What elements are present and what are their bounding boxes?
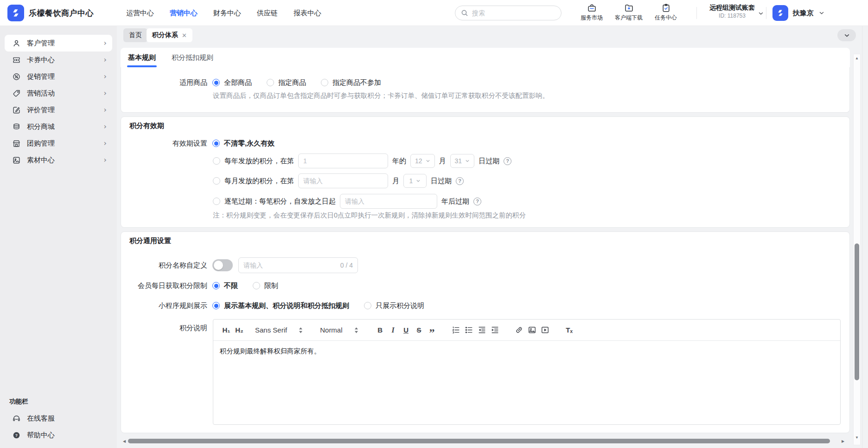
paragraph-style-select[interactable]: Normal [318,326,360,334]
right-panel-edge [862,26,868,448]
radio-icon[interactable] [253,282,260,289]
insert-video-button[interactable] [539,324,552,337]
sidebar-footer: 功能栏 在线客服 ? 帮助中心 [0,396,117,443]
scroll-left-icon[interactable]: ◀ [121,439,127,443]
help-icon[interactable]: ? [473,198,481,205]
sidebar-item-promotion-management[interactable]: 促销管理 › [5,68,112,85]
sidebar: 客户管理 › 卡券中心 › 促销管理 › 营销活动 › 评价管理 › 积分商城 … [0,26,117,448]
radio-no-limit[interactable]: 不限 [212,282,238,290]
radio-show-points-desc-only[interactable]: 只展示积分说明 [364,301,424,310]
font-family-select[interactable]: Sans Serif [253,326,305,334]
radio-icon[interactable] [212,140,220,147]
chevron-right-icon: › [104,56,107,64]
heading1-button[interactable]: H₁ [220,324,233,337]
vertical-scroll-thumb[interactable] [855,243,859,380]
points-name-input[interactable] [243,262,340,269]
blockquote-button[interactable]: ” [426,324,439,337]
sidebar-item-customer-management[interactable]: 客户管理 › [5,35,112,51]
sidebar-item-label: 积分商城 [27,122,104,131]
yearly-day-select[interactable]: 31 [450,154,475,168]
sidebar-item-help-center[interactable]: ? 帮助中心 [5,427,112,443]
insert-image-button[interactable] [526,324,539,337]
breadcrumb-current[interactable]: 积分体系 ✕ [147,28,192,42]
yearly-year-input[interactable] [298,154,388,168]
vertical-scrollbar[interactable]: ▲ ▼ [853,54,861,445]
radio-icon[interactable] [212,79,220,86]
radio-never-expire[interactable]: 不清零,永久有效 [212,139,274,148]
sidebar-item-group-buy-management[interactable]: 团购管理 › [5,135,112,152]
per-grant-years-input[interactable] [340,194,437,209]
scroll-up-icon[interactable]: ▲ [854,56,860,60]
sidebar-item-material-center[interactable]: 素材中心 › [5,152,112,168]
search-icon [461,9,468,17]
tabs-collapse-button[interactable] [837,29,856,41]
help-icon[interactable]: ? [456,177,464,185]
quick-action-client-download[interactable]: 客户端下载 [615,3,643,22]
radio-per-grant-expire[interactable] [213,198,220,205]
nav-item-supply-chain[interactable]: 供应链 [257,9,278,18]
yearly-month-select[interactable]: 12 [410,154,435,168]
yearly-expire-text: 每年发放的积分，在第 [224,157,294,166]
radio-specified-goods-excluded[interactable]: 指定商品不参加 [321,78,381,87]
radio-monthly-expire[interactable] [213,177,220,185]
editor-content[interactable]: 积分规则最终解释权归商家所有。 [213,341,840,425]
rich-text-editor: H₁ H₂ Sans Serif Normal B I U S ” [213,319,841,425]
coupon-icon [12,56,21,64]
radio-icon[interactable] [364,302,371,309]
horizontal-scrollbar[interactable]: ◀ ▶ [121,438,849,444]
close-icon[interactable]: ✕ [182,32,187,39]
sidebar-item-online-support[interactable]: 在线客服 [5,410,112,427]
radio-show-all-rules[interactable]: 展示基本规则、积分说明和积分抵扣规则 [212,301,349,310]
radio-yearly-expire[interactable] [213,157,220,165]
briefcase-icon [587,3,597,13]
radio-specified-goods[interactable]: 指定商品 [267,78,306,87]
tab-basic-rules[interactable]: 基本规则 [128,48,156,67]
image-icon [12,156,21,165]
search-box[interactable] [455,6,562,20]
nav-item-reports[interactable]: 报表中心 [294,9,321,18]
heading2-button[interactable]: H₂ [233,324,246,337]
strikethrough-button[interactable]: S [413,324,426,337]
radio-icon[interactable] [212,302,220,309]
search-input[interactable] [472,9,556,17]
help-circle-icon: ? [12,431,21,440]
monthly-day-select[interactable]: 1 [403,174,427,188]
outdent-button[interactable] [476,324,489,337]
monthly-day-input[interactable] [298,173,388,188]
nav-item-finance[interactable]: 财务中心 [213,9,241,18]
sidebar-item-label: 客户管理 [27,39,104,48]
quick-action-label: 服务市场 [581,14,603,22]
help-icon[interactable]: ? [504,157,511,165]
applicable-goods-card: 适用商品 全部商品 指定商品 指定商品不参加 设置商品后，仅商品订单包含指定商品… [121,67,850,113]
sidebar-item-marketing-activities[interactable]: 营销活动 › [5,85,112,102]
nav-item-marketing[interactable]: 营销中心 [170,9,198,18]
sidebar-item-review-management[interactable]: 评价管理 › [5,102,112,118]
quick-action-service-market[interactable]: 服务市场 [581,3,603,22]
nav-item-operations[interactable]: 运营中心 [126,9,154,18]
account-switcher[interactable]: 远程组测试账套 ID: 118753 [703,4,761,19]
underline-button[interactable]: U [400,324,413,337]
user-menu[interactable]: 扶豫京 [772,5,825,21]
radio-icon[interactable] [321,79,328,86]
radio-all-goods[interactable]: 全部商品 [212,78,252,87]
scroll-down-icon[interactable]: ▼ [854,435,860,440]
horizontal-scroll-thumb[interactable] [128,439,830,443]
breadcrumb-home[interactable]: 首页 [123,28,147,42]
radio-icon[interactable] [267,79,274,86]
bullet-list-button[interactable] [463,324,476,337]
bold-button[interactable]: B [374,324,387,337]
clear-format-button[interactable]: Tₓ [563,324,576,337]
tab-points-deduction-rules[interactable]: 积分抵扣规则 [172,48,213,67]
account-name: 远程组测试账套 [703,4,761,12]
ordered-list-button[interactable] [450,324,463,337]
radio-icon[interactable] [212,282,220,289]
radio-limit[interactable]: 限制 [253,282,278,290]
scroll-right-icon[interactable]: ▶ [840,439,846,443]
points-name-toggle[interactable] [212,259,233,271]
link-button[interactable] [513,324,526,337]
sidebar-item-points-mall[interactable]: 积分商城 › [5,118,112,135]
quick-action-task-center[interactable]: 任务中心 [655,3,677,22]
sidebar-item-coupon-center[interactable]: 卡券中心 › [5,51,112,68]
indent-button[interactable] [489,324,502,337]
italic-button[interactable]: I [387,324,400,337]
